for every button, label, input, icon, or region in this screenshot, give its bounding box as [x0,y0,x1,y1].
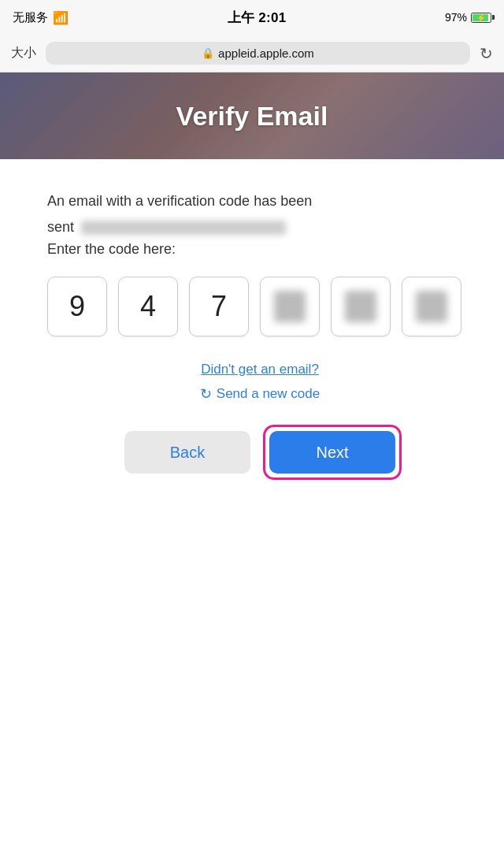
buttons-section: Back Next [47,431,472,474]
code-digit-2[interactable]: 4 [118,277,178,336]
status-time: 上午 2:01 [228,9,287,27]
page-title: Verify Email [176,101,328,132]
carrier-label: 无服务 [13,10,48,25]
refresh-icon[interactable]: ↻ [480,44,493,63]
status-bar: 无服务 📶 上午 2:01 97% ⚡ [0,0,504,35]
battery-icon: ⚡ [471,13,491,23]
next-button-wrapper: Next [269,431,395,474]
back-button[interactable]: Back [124,431,250,474]
browser-bar: 大小 🔒 appleid.apple.com ↻ [0,35,504,72]
battery-percent: 97% [445,11,467,24]
didnt-get-email-link[interactable]: Didn't get an email? [47,362,472,377]
lock-icon: 🔒 [202,47,214,59]
next-button-highlight [263,425,402,480]
font-size-label[interactable]: 大小 [11,45,36,61]
url-bar[interactable]: 🔒 appleid.apple.com [46,42,470,65]
header-banner: Verify Email [0,72,504,159]
enter-code-label: Enter the code here: [47,241,472,258]
code-digit-6[interactable] [402,277,461,336]
code-digit-5[interactable] [331,277,391,336]
send-new-code-link[interactable]: ↻ Send a new code [47,385,472,403]
blurred-email [81,221,286,235]
main-content: An email with a verification code has be… [0,159,504,505]
description-line2: sent [47,217,472,238]
url-text: appleid.apple.com [218,46,314,60]
links-section: Didn't get an email? ↻ Send a new code [47,362,472,403]
description-line1: An email with a verification code has be… [47,191,472,212]
resend-icon: ↻ [200,385,212,403]
send-new-code-label: Send a new code [217,386,320,402]
status-right: 97% ⚡ [445,11,491,24]
code-digit-3[interactable]: 7 [189,277,249,336]
wifi-icon: 📶 [53,10,69,25]
code-input-group: 9 4 7 [47,277,472,336]
status-left: 无服务 📶 [13,10,69,25]
code-digit-4[interactable] [260,277,320,336]
code-digit-1[interactable]: 9 [47,277,107,336]
